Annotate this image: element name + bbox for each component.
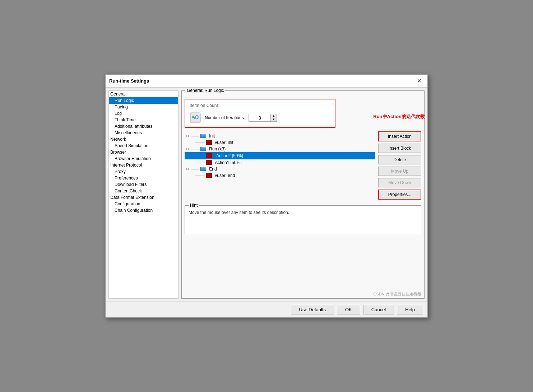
sidebar-item-network[interactable]: Network [109,136,178,143]
spinner-buttons: ▲ ▼ [270,114,277,121]
tree-row-end[interactable]: ⊟───End [185,166,375,172]
folder-icon-init [200,134,206,138]
move-up-button: Move Up [378,167,421,176]
tree-row-action1[interactable]: ────Action1 [50%] [185,159,375,166]
hint-text: Move the mouse over any item to see its … [189,210,417,215]
insert-block-button[interactable]: Insert Block [378,144,421,153]
tree-label-vuser_init: vuser_init [215,140,233,145]
expand-btn-run[interactable]: ⊟ [186,147,189,151]
title-bar: Run-time Settings ✕ [106,75,427,88]
bottom-bar: Use DefaultsOKCancelHelp [106,302,427,317]
sidebar-item-preferences[interactable]: Preferences [109,175,178,181]
tree-container: ⊟───Init────vuser_init⊟───Run (x3)────Ac… [185,131,375,200]
sidebar-item-pacing[interactable]: Pacing [109,104,178,110]
iteration-count-box: Iteration Count Nu [185,99,335,128]
spinner-up[interactable]: ▲ [271,114,277,118]
action-icon-action1 [206,160,212,165]
sidebar-item-browser[interactable]: Browser [109,149,178,155]
annotation-text: Run中Action的迭代次数 [373,113,425,120]
tree: ⊟───Init────vuser_init⊟───Run (x3)────Ac… [185,133,375,179]
properties-button[interactable]: Properties... [378,190,421,200]
sidebar-item-browser-emulation[interactable]: Browser Emulation [109,155,178,162]
sidebar-item-speed-simulation[interactable]: Speed Simulation [109,143,178,149]
loop-icon [190,112,201,123]
folder-icon-run [200,147,206,151]
action-icon-action2 [206,153,212,158]
tree-row-run[interactable]: ⊟───Run (x3) [185,146,375,152]
cancel-bottom-button[interactable]: Cancel [363,305,394,314]
iterations-label: Number of Iterations: [205,115,245,120]
hint-title: Hint [189,203,199,208]
hint-box: Hint Move the mouse over any item to see… [185,205,421,234]
tree-label-vuser_end: vuser_end [215,173,235,178]
iterations-input[interactable] [249,115,270,121]
dialog-body: GeneralRun LogicPacingLogThink TimeAddit… [106,88,427,302]
svg-point-1 [192,116,194,118]
folder-icon-end [200,167,206,171]
sidebar-item-data-format-extension[interactable]: Data Format Extension [109,194,178,201]
move-down-button: Move Down [378,178,421,187]
delete-button[interactable]: Delete [378,155,421,164]
sidebar-item-chain-configuration[interactable]: Chain Configuration [109,207,178,214]
sidebar-item-run-logic[interactable]: Run Logic [109,97,178,104]
help-bottom-button[interactable]: Help [397,305,423,314]
action-icon-vuser_init [206,140,212,145]
sidebar-item-content-check[interactable]: ContentCheck [109,188,178,194]
tree-row-action2[interactable]: ────Action2 [50%] [185,152,375,159]
buttons-panel: Insert ActionInsert BlockDeleteMove UpMo… [378,131,421,200]
close-button[interactable]: ✕ [415,77,424,85]
iteration-title: Iteration Count [190,103,330,109]
sidebar-item-general[interactable]: General [109,91,178,97]
watermark: CSDN @听说西佳佳难得很 [374,291,421,297]
sidebar-item-proxy[interactable]: Proxy [109,168,178,175]
dialog-title: Run-time Settings [109,78,149,84]
expand-btn-init[interactable]: ⊟ [186,134,189,138]
sidebar-item-miscellaneous[interactable]: Miscellaneous [109,130,178,136]
run-logic-panel: General: Run Logic Run中Action的迭代次数 Itera… [181,90,425,299]
panel-title: General: Run Logic [185,88,225,93]
tree-row-init[interactable]: ⊟───Init [185,133,375,139]
expand-btn-end[interactable]: ⊟ [186,167,189,171]
sidebar: GeneralRun LogicPacingLogThink TimeAddit… [108,90,179,299]
tree-label-init: Init [209,134,215,139]
tree-and-buttons: ⊟───Init────vuser_init⊟───Run (x3)────Ac… [185,131,421,200]
sidebar-item-log[interactable]: Log [109,110,178,117]
sidebar-item-internet-protocol[interactable]: Internet Protocol [109,162,178,168]
main-area: General: Run Logic Run中Action的迭代次数 Itera… [181,90,425,299]
sidebar-item-additional-attributes[interactable]: Additional attributes [109,123,178,130]
action-icon-vuser_end [206,173,212,178]
ok-bottom-button[interactable]: OK [337,305,360,314]
tree-row-vuser_end[interactable]: ────vuser_end [185,172,375,179]
iteration-row: Number of Iterations: ▲ ▼ [190,112,330,123]
insert-action-button[interactable]: Insert Action [378,131,421,141]
sidebar-item-configuration[interactable]: Configuration [109,201,178,207]
sidebar-item-think-time[interactable]: Think Time [109,117,178,123]
tree-label-action1: Action1 [50%] [215,160,241,165]
dialog: Run-time Settings ✕ GeneralRun LogicPaci… [105,74,428,318]
iterations-input-wrap: ▲ ▼ [249,114,277,122]
sidebar-item-download-filters[interactable]: Download Filters [109,181,178,188]
tree-label-run: Run (x3) [209,146,226,151]
use-defaults-bottom-button[interactable]: Use Defaults [291,305,334,314]
tree-label-action2: Action2 [50%] [215,153,244,159]
spinner-down[interactable]: ▼ [271,118,277,121]
tree-row-vuser_init[interactable]: ────vuser_init [185,139,375,146]
tree-label-end: End [209,167,217,172]
